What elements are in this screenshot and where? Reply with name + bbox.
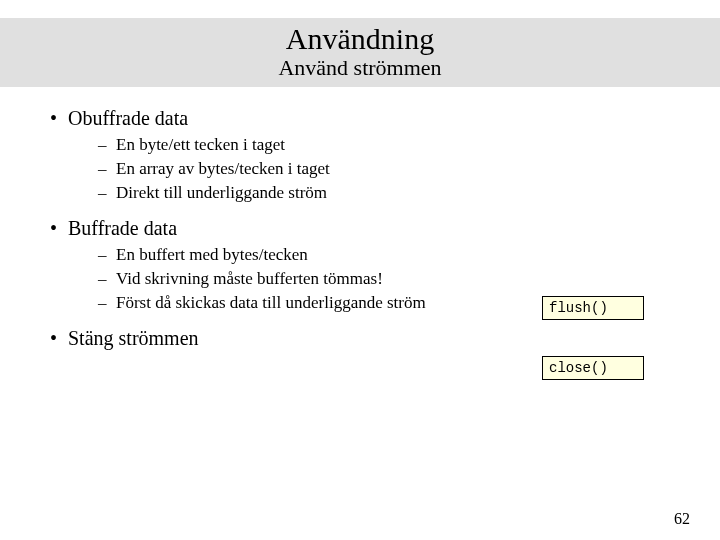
bullet-text: Buffrade data <box>68 217 177 239</box>
dash-icon: – <box>98 134 116 157</box>
list-item: –En buffert med bytes/tecken <box>98 244 720 267</box>
bullet-stang: •Stäng strömmen <box>50 327 720 350</box>
list-item-text: En buffert med bytes/tecken <box>116 245 308 264</box>
dash-icon: – <box>98 158 116 181</box>
bullet-dot-icon: • <box>50 327 68 350</box>
dash-icon: – <box>98 292 116 315</box>
list-item-text: Vid skrivning måste bufferten tömmas! <box>116 269 383 288</box>
bullet-obuffrade: •Obuffrade data <box>50 107 720 130</box>
slide-title: Användning <box>0 22 720 55</box>
list-item: –En byte/ett tecken i taget <box>98 134 720 157</box>
bullet-buffrade: •Buffrade data <box>50 217 720 240</box>
code-box-close: close() <box>542 356 644 380</box>
dash-icon: – <box>98 182 116 205</box>
list-item: –En array av bytes/tecken i taget <box>98 158 720 181</box>
dash-icon: – <box>98 268 116 291</box>
dash-icon: – <box>98 244 116 267</box>
sublist-obuffrade: –En byte/ett tecken i taget –En array av… <box>98 134 720 205</box>
list-item: –Direkt till underliggande ström <box>98 182 720 205</box>
slide-subtitle: Använd strömmen <box>0 55 720 81</box>
bullet-text: Stäng strömmen <box>68 327 199 349</box>
bullet-dot-icon: • <box>50 107 68 130</box>
list-item-text: Först då skickas data till underliggande… <box>116 293 426 312</box>
list-item-text: En array av bytes/tecken i taget <box>116 159 330 178</box>
title-band: Användning Använd strömmen <box>0 18 720 87</box>
code-box-flush: flush() <box>542 296 644 320</box>
list-item-text: En byte/ett tecken i taget <box>116 135 285 154</box>
list-item: –Vid skrivning måste bufferten tömmas! <box>98 268 720 291</box>
page-number: 62 <box>674 510 690 528</box>
list-item-text: Direkt till underliggande ström <box>116 183 327 202</box>
bullet-text: Obuffrade data <box>68 107 188 129</box>
bullet-dot-icon: • <box>50 217 68 240</box>
